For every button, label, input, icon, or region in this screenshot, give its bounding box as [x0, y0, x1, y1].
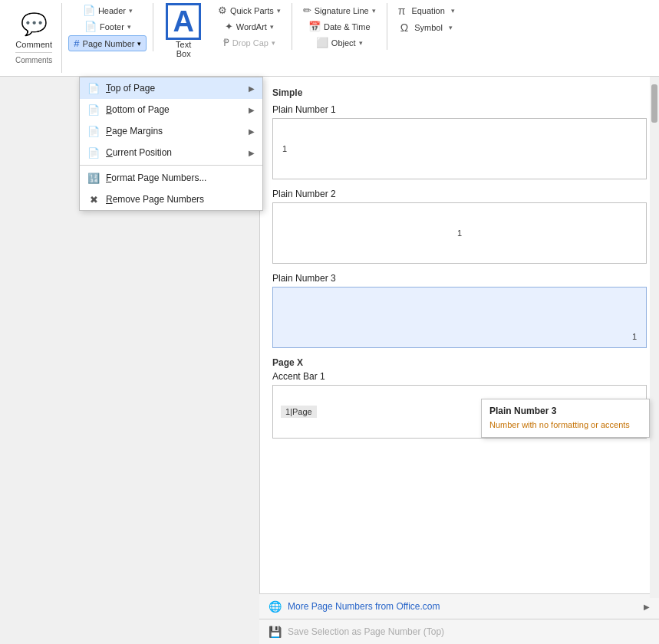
- tooltip-title: Plain Number 3: [489, 406, 641, 416]
- wordart-button[interactable]: ✦ WordArt ▾: [213, 19, 285, 34]
- gallery-section-page-x: Page X: [272, 357, 647, 368]
- remove-page-numbers-icon: ✖: [87, 193, 100, 205]
- page-margins-icon: 📄: [87, 125, 100, 137]
- page-number-icon: #: [74, 38, 79, 49]
- signature-icon: ✏: [303, 5, 311, 16]
- date-time-button[interactable]: 📅 Date & Time: [298, 19, 381, 34]
- plain-number-3-preview[interactable]: 1: [272, 287, 647, 348]
- quick-parts-button[interactable]: ⚙ Quick Parts ▾: [213, 3, 285, 18]
- sig-date-col: ✏ Signature Line ▾ 📅 Date & Time ⬜ Objec…: [298, 3, 387, 50]
- equation-button[interactable]: π Equation ▾: [394, 3, 460, 18]
- text-box-icon: A: [166, 3, 200, 40]
- object-label: Object: [331, 38, 356, 48]
- save-selection-label: Save Selection as Page Number (Top): [288, 626, 444, 637]
- page-number-label: Page Number: [83, 39, 135, 48]
- page-margins-arrow: ▶: [249, 127, 255, 136]
- format-page-numbers-label: Format Page Numbers...: [106, 172, 255, 183]
- footer-label: Footer: [100, 22, 124, 31]
- accent-bar-1-value: 1|Page: [281, 406, 317, 418]
- footer-button[interactable]: 📄 Footer ▾: [68, 19, 147, 34]
- header-icon: 📄: [83, 5, 95, 16]
- page-number-chevron: ▾: [137, 40, 141, 48]
- eq-sym-col: π Equation ▾ Ω Symbol ▾: [394, 3, 460, 35]
- tooltip-description: Number with no formatting or accents: [489, 419, 641, 431]
- header-label: Header: [98, 6, 126, 15]
- plain-number-1-label: Plain Number 1: [272, 104, 647, 115]
- signature-line-button[interactable]: ✏ Signature Line ▾: [298, 3, 381, 18]
- text-box-label[interactable]: TextBox: [176, 40, 191, 58]
- remove-page-numbers-label: Remove Page Numbers: [106, 194, 255, 205]
- comment-label[interactable]: Comment: [15, 40, 52, 49]
- format-page-numbers-icon: 🔢: [87, 172, 100, 184]
- date-icon: 📅: [308, 21, 321, 32]
- header-button[interactable]: 📄 Header ▾: [68, 3, 147, 18]
- top-of-page-arrow: ▶: [249, 84, 255, 93]
- quick-parts-icon: ⚙: [218, 5, 227, 16]
- object-button[interactable]: ⬜ Object ▾: [298, 35, 381, 50]
- current-position-arrow: ▶: [249, 149, 255, 157]
- menu-divider-1: [80, 165, 262, 166]
- comment-icon: 💬: [21, 12, 48, 37]
- plain-number-2-preview[interactable]: 1: [272, 202, 647, 264]
- header-chevron: ▾: [129, 7, 133, 15]
- top-of-page-label: Top of Page: [106, 83, 242, 94]
- menu-item-remove-page-numbers[interactable]: ✖ Remove Page Numbers: [80, 189, 262, 210]
- bottom-of-page-label: Bottom of Page: [106, 104, 242, 115]
- quick-parts-col: ⚙ Quick Parts ▾ ✦ WordArt ▾ Ᵽ Drop Cap ▾: [213, 3, 292, 50]
- wordart-icon: ✦: [225, 21, 233, 32]
- more-page-numbers-icon: 🌐: [269, 600, 282, 613]
- drop-cap-button[interactable]: Ᵽ Drop Cap ▾: [213, 35, 285, 50]
- symbol-label: Symbol: [414, 23, 443, 32]
- symbol-chevron: ▾: [449, 24, 453, 31]
- plain-number-1-preview[interactable]: 1: [272, 118, 647, 179]
- gallery-section-simple: Simple: [272, 87, 647, 98]
- current-position-label: Current Position: [106, 147, 242, 158]
- plain-number-1-value: 1: [282, 144, 287, 153]
- footer-chevron: ▾: [127, 23, 131, 31]
- drop-cap-chevron: ▾: [272, 39, 275, 47]
- quick-parts-chevron: ▾: [277, 7, 281, 15]
- bottom-of-page-arrow: ▶: [249, 106, 255, 114]
- signature-chevron: ▾: [372, 7, 376, 15]
- menu-item-bottom-of-page[interactable]: 📄 Bottom of Page ▶: [80, 99, 262, 120]
- equation-chevron: ▾: [451, 7, 455, 15]
- save-selection-button[interactable]: 💾 Save Selection as Page Number (Top): [259, 619, 659, 644]
- menu-item-format-page-numbers[interactable]: 🔢 Format Page Numbers...: [80, 167, 262, 189]
- bottom-of-page-icon: 📄: [87, 104, 100, 116]
- equation-label: Equation: [411, 6, 444, 15]
- equation-icon: π: [398, 5, 406, 17]
- menu-item-page-margins[interactable]: 📄 Page Margins ▶: [80, 120, 262, 142]
- ribbon: 💬 Comment Comments 📄 Header ▾ 📄 Footer ▾…: [0, 0, 659, 77]
- accent-bar-1-label: Accent Bar 1: [272, 371, 647, 382]
- date-label: Date & Time: [324, 22, 371, 31]
- menu-item-top-of-page[interactable]: 📄 Top of Page ▶: [80, 77, 262, 99]
- signature-label: Signature Line: [315, 6, 369, 15]
- scrollbar-thumb[interactable]: [651, 84, 657, 123]
- save-selection-icon: 💾: [269, 626, 282, 638]
- symbol-icon: Ω: [400, 21, 408, 34]
- current-position-icon: 📄: [87, 146, 100, 159]
- more-page-numbers-label: More Page Numbers from Office.com: [288, 601, 440, 612]
- drop-cap-label: Drop Cap: [232, 38, 269, 48]
- menu-item-current-position[interactable]: 📄 Current Position ▶: [80, 142, 262, 163]
- header-footer-col: 📄 Header ▾ 📄 Footer ▾ # Page Number ▾: [68, 3, 153, 51]
- page-margins-label: Page Margins: [106, 126, 242, 136]
- symbol-button[interactable]: Ω Symbol ▾: [394, 20, 460, 35]
- plain-number-2-value: 1: [457, 228, 462, 238]
- wordart-label: WordArt: [236, 22, 267, 31]
- tooltip: Plain Number 3 Number with no formatting…: [481, 399, 650, 438]
- object-chevron: ▾: [359, 39, 363, 47]
- footer-icon: 📄: [84, 21, 97, 32]
- gallery-panel: Simple Plain Number 1 1 Plain Number 2 1…: [259, 77, 659, 598]
- text-box-col: A TextBox: [160, 3, 206, 58]
- more-page-numbers-button[interactable]: 🌐 More Page Numbers from Office.com ▶: [259, 594, 659, 619]
- page-number-button[interactable]: # Page Number ▾: [68, 35, 147, 51]
- plain-number-3-value: 1: [632, 332, 637, 341]
- comment-section: 💬 Comment Comments: [6, 3, 62, 73]
- gallery-scrollbar[interactable]: [650, 77, 659, 598]
- drop-cap-icon: Ᵽ: [223, 37, 229, 48]
- plain-number-3-label: Plain Number 3: [272, 273, 647, 284]
- comments-sub-label: Comments: [15, 52, 52, 64]
- more-page-numbers-chevron: ▶: [644, 603, 650, 611]
- page-number-dropdown: 📄 Top of Page ▶ 📄 Bottom of Page ▶ 📄 Pag…: [79, 77, 263, 211]
